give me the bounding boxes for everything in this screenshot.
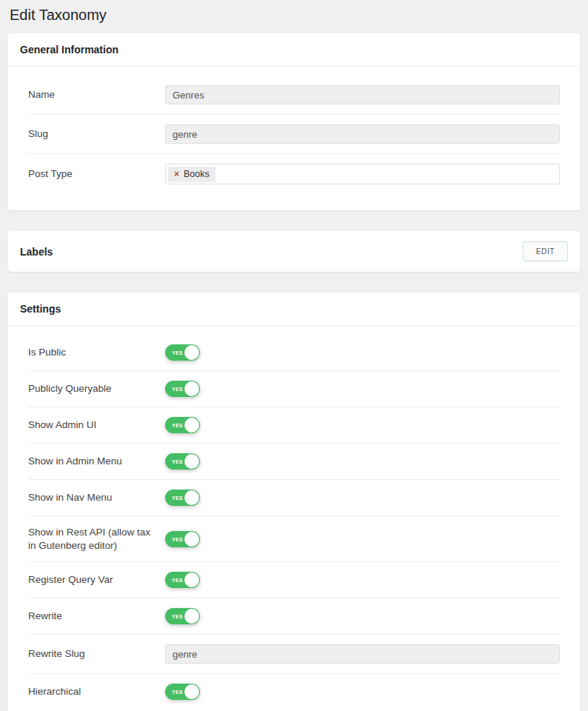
rewrite-label: Rewrite xyxy=(28,610,165,623)
show-in-rest-api-label: Show in Rest API (allow tax in Gutenberg… xyxy=(28,526,165,552)
toggle-knob xyxy=(184,532,199,547)
name-input[interactable] xyxy=(165,85,560,104)
general-information-header: General Information xyxy=(8,33,580,67)
rewrite-row: Rewrite YES xyxy=(28,598,560,634)
show-in-admin-menu-row: Show in Admin Menu YES xyxy=(28,443,560,479)
edit-taxonomy-page: Edit Taxonomy General Information Name S… xyxy=(0,0,588,711)
labels-row: Labels EDIT xyxy=(8,231,580,272)
show-admin-ui-toggle[interactable]: YES xyxy=(165,417,200,433)
settings-card: Settings Is Public YES Publicly Queryabl… xyxy=(8,293,580,711)
register-query-var-row: Register Query Var YES xyxy=(28,561,560,598)
name-row: Name xyxy=(28,76,560,114)
register-query-var-label: Register Query Var xyxy=(28,573,165,587)
toggle-state-label: YES xyxy=(172,350,183,356)
show-in-nav-menu-toggle[interactable]: YES xyxy=(165,490,200,506)
toggle-state-label: YES xyxy=(172,536,183,541)
show-in-nav-menu-row: Show in Nav Menu YES xyxy=(28,479,560,515)
post-type-row: Post Type × Books xyxy=(28,153,560,194)
rewrite-toggle[interactable]: YES xyxy=(165,608,200,624)
post-type-multiselect[interactable]: × Books xyxy=(165,164,560,184)
toggle-state-label: YES xyxy=(172,690,183,695)
slug-input[interactable] xyxy=(165,124,560,144)
labels-title: Labels xyxy=(20,246,53,258)
edit-labels-button[interactable]: EDIT xyxy=(523,241,568,261)
general-information-body: Name Slug Post Type × Books xyxy=(8,67,580,210)
page-title: Edit Taxonomy xyxy=(10,7,580,24)
toggle-knob xyxy=(184,418,199,433)
show-in-admin-menu-label: Show in Admin Menu xyxy=(28,455,165,468)
show-in-rest-api-row: Show in Rest API (allow tax in Gutenberg… xyxy=(28,515,560,561)
publicly-queryable-row: Publicly Queryable YES xyxy=(28,370,560,407)
post-type-tag: × Books xyxy=(168,167,216,182)
rewrite-slug-label: Rewrite Slug xyxy=(28,647,165,661)
post-type-tag-label: Books xyxy=(184,169,210,180)
name-label: Name xyxy=(28,88,165,101)
labels-card: Labels EDIT xyxy=(8,231,580,272)
hierarchical-row: Hierarchical YES xyxy=(28,673,560,710)
is-public-row: Is Public YES xyxy=(28,335,560,370)
slug-row: Slug xyxy=(28,114,560,153)
slug-label: Slug xyxy=(28,127,165,141)
general-information-card: General Information Name Slug Post Type xyxy=(8,33,580,210)
show-admin-ui-row: Show Admin UI YES xyxy=(28,407,560,443)
toggle-state-label: YES xyxy=(172,578,183,583)
rewrite-slug-row: Rewrite Slug xyxy=(28,634,560,673)
toggle-knob xyxy=(184,573,199,587)
post-type-label: Post Type xyxy=(28,167,165,181)
publicly-queryable-label: Publicly Queryable xyxy=(28,382,165,395)
toggle-state-label: YES xyxy=(172,387,183,392)
hierarchical-toggle[interactable]: YES xyxy=(165,684,200,700)
is-public-label: Is Public xyxy=(28,346,165,359)
toggle-state-label: YES xyxy=(172,459,183,464)
toggle-state-label: YES xyxy=(172,614,183,619)
toggle-knob xyxy=(184,609,199,624)
settings-header: Settings xyxy=(8,293,580,326)
rewrite-slug-input[interactable] xyxy=(165,644,560,664)
toggle-knob xyxy=(184,381,199,396)
is-public-toggle[interactable]: YES xyxy=(165,344,200,361)
toggle-state-label: YES xyxy=(172,495,183,501)
register-query-var-toggle[interactable]: YES xyxy=(165,572,200,588)
settings-body: Is Public YES Publicly Queryable YES xyxy=(8,326,580,711)
toggle-knob xyxy=(184,345,199,360)
toggle-knob xyxy=(184,490,199,505)
toggle-knob xyxy=(184,454,199,469)
show-in-nav-menu-label: Show in Nav Menu xyxy=(28,491,165,504)
tag-remove-icon[interactable]: × xyxy=(174,170,179,178)
toggle-knob xyxy=(184,684,199,699)
show-admin-ui-label: Show Admin UI xyxy=(28,418,165,432)
show-in-rest-api-toggle[interactable]: YES xyxy=(165,531,200,547)
hierarchical-label: Hierarchical xyxy=(28,685,165,698)
toggle-state-label: YES xyxy=(172,423,183,428)
publicly-queryable-toggle[interactable]: YES xyxy=(165,381,200,397)
show-in-admin-menu-toggle[interactable]: YES xyxy=(165,453,200,470)
